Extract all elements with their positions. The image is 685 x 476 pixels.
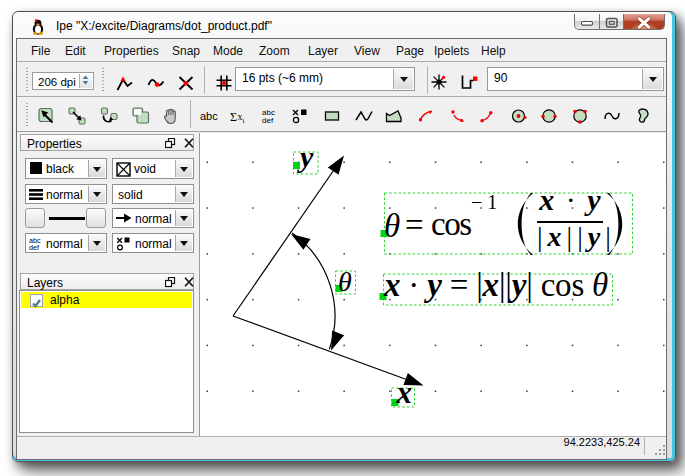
svg-text:def: def <box>262 116 274 125</box>
svg-text:Σ: Σ <box>230 110 237 124</box>
svg-text:i: i <box>243 117 245 125</box>
svg-text:abc: abc <box>200 110 218 122</box>
svg-text:def: def <box>29 243 39 252</box>
